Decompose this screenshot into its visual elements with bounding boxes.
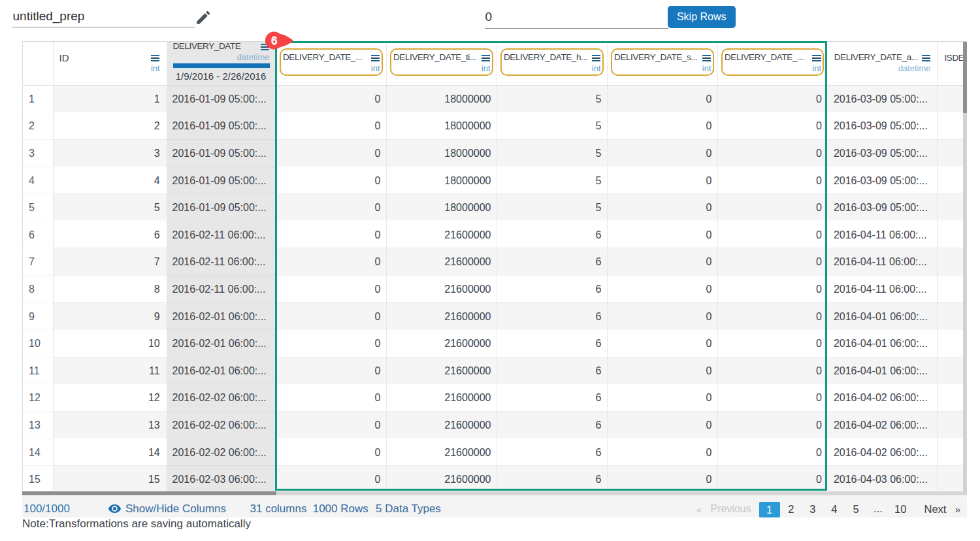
svg-text:6: 6 (271, 35, 277, 46)
